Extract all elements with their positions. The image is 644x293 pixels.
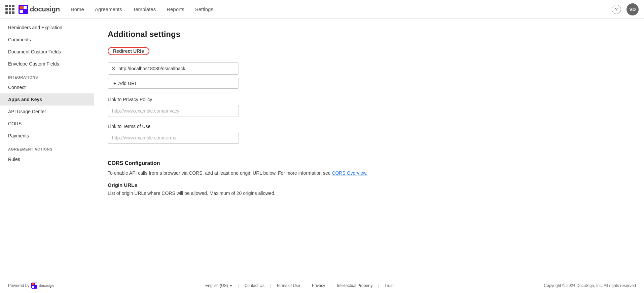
- footer-copyright: Copyright © 2024 DocuSign, Inc. All righ…: [544, 283, 636, 288]
- cors-section: CORS Configuration To enable API calls f…: [108, 160, 631, 196]
- user-avatar[interactable]: VD: [627, 3, 639, 15]
- sidebar-item-api-usage[interactable]: API Usage Center: [0, 106, 94, 118]
- uri-value: http://localhost:8080/ds/callback: [118, 66, 185, 71]
- page-footer: Powered by docusign English (US) ▼ | Con…: [0, 278, 644, 293]
- docusign-logo[interactable]: docusign: [19, 5, 60, 14]
- agreement-actions-label: AGREEMENT ACTIONS: [0, 142, 94, 153]
- sidebar-item-comments[interactable]: Comments: [0, 34, 94, 46]
- footer-center: English (US) ▼ | Contact Us | Terms of U…: [205, 283, 393, 288]
- add-uri-button[interactable]: + Add URI: [108, 78, 239, 89]
- origin-urls-title: Origin URLs: [108, 182, 631, 188]
- svg-rect-4: [24, 9, 27, 13]
- svg-rect-3: [20, 9, 23, 13]
- nav-agreements[interactable]: Agreements: [95, 5, 122, 13]
- terms-of-use-input[interactable]: [108, 132, 239, 144]
- footer-terms-link[interactable]: Terms of Use: [276, 283, 300, 288]
- privacy-policy-section: Link to Privacy Policy: [108, 97, 631, 117]
- nav-links: Home Agreements Templates Reports Settin…: [71, 5, 612, 13]
- svg-rect-7: [35, 283, 37, 285]
- svg-rect-1: [20, 6, 23, 9]
- remove-uri-icon[interactable]: ✕: [111, 66, 116, 72]
- footer-ip-link[interactable]: Intellectual Property: [337, 283, 372, 288]
- privacy-policy-label: Link to Privacy Policy: [108, 97, 631, 102]
- nav-reports[interactable]: Reports: [167, 5, 184, 13]
- add-uri-label: Add URI: [118, 81, 136, 86]
- nav-home[interactable]: Home: [71, 5, 84, 13]
- powered-by-text: Powered by: [8, 283, 29, 288]
- uri-input-field[interactable]: ✕ http://localhost:8080/ds/callback: [108, 62, 239, 75]
- main-layout: Reminders and Expiration Comments Docume…: [0, 19, 644, 278]
- footer-left: Powered by docusign: [8, 282, 55, 289]
- privacy-policy-input[interactable]: [108, 105, 239, 117]
- footer-privacy-link[interactable]: Privacy: [312, 283, 325, 288]
- svg-rect-8: [32, 286, 34, 288]
- top-nav: docusign Home Agreements Templates Repor…: [0, 0, 644, 19]
- redirect-uris-section: Redirect URIs: [108, 47, 631, 60]
- cors-description: To enable API calls from a browser via C…: [108, 170, 631, 177]
- svg-rect-9: [35, 286, 37, 288]
- cors-title: CORS Configuration: [108, 160, 631, 166]
- section-divider: [108, 152, 631, 152]
- footer-docusign-logo: docusign: [31, 282, 55, 289]
- terms-of-use-section: Link to Terms of Use: [108, 124, 631, 144]
- main-content: Additional settings Redirect URIs ✕ http…: [94, 19, 644, 278]
- nav-right: ? VD: [612, 3, 639, 15]
- footer-contact-link[interactable]: Contact Us: [245, 283, 264, 288]
- sidebar-item-rules[interactable]: Rules: [0, 153, 94, 165]
- footer-trust-link[interactable]: Trust: [385, 283, 394, 288]
- grid-menu-icon[interactable]: [5, 5, 14, 14]
- sidebar-item-env-custom[interactable]: Envelope Custom Fields: [0, 58, 94, 70]
- logo-text: docusign: [30, 5, 60, 13]
- sidebar-item-cors[interactable]: CORS: [0, 118, 94, 130]
- nav-settings[interactable]: Settings: [195, 5, 213, 13]
- uri-row: ✕ http://localhost:8080/ds/callback: [108, 62, 631, 75]
- sidebar-item-reminders[interactable]: Reminders and Expiration: [0, 22, 94, 34]
- sidebar: Reminders and Expiration Comments Docume…: [0, 19, 94, 278]
- page-title: Additional settings: [108, 30, 631, 39]
- sidebar-item-payments[interactable]: Payments: [0, 130, 94, 142]
- language-label: English (US): [205, 283, 228, 288]
- nav-templates[interactable]: Templates: [133, 5, 156, 13]
- language-selector[interactable]: English (US) ▼: [205, 283, 232, 288]
- origin-urls-desc: List of origin URLs where CORS will be a…: [108, 191, 631, 196]
- svg-rect-6: [32, 283, 34, 285]
- svg-rect-2: [24, 6, 27, 9]
- add-uri-plus-icon: +: [113, 81, 116, 86]
- redirect-uris-label: Redirect URIs: [108, 47, 149, 55]
- sidebar-item-connect[interactable]: Connect: [0, 81, 94, 93]
- terms-of-use-label: Link to Terms of Use: [108, 124, 631, 129]
- chevron-down-icon: ▼: [229, 284, 233, 288]
- svg-text:docusign: docusign: [39, 284, 53, 288]
- sidebar-item-doc-custom[interactable]: Document Custom Fields: [0, 46, 94, 58]
- integrations-label: INTEGRATIONS: [0, 70, 94, 81]
- sidebar-item-apps-keys[interactable]: Apps and Keys: [0, 93, 94, 106]
- cors-overview-link[interactable]: CORS Overview.: [332, 170, 367, 176]
- help-button[interactable]: ?: [612, 5, 621, 14]
